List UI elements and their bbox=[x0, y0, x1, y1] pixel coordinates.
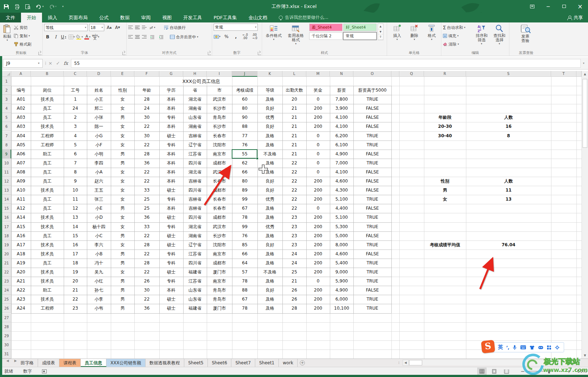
data-cell[interactable]: 88 bbox=[232, 122, 257, 131]
summary-cell[interactable]: 性别 bbox=[424, 177, 466, 186]
header-cell[interactable]: 性别 bbox=[111, 86, 134, 95]
row-header-4[interactable]: 4 bbox=[2, 104, 11, 113]
data-cell[interactable]: 7,800 bbox=[330, 95, 353, 104]
tab-data[interactable]: 数据 bbox=[114, 13, 135, 22]
data-cell[interactable]: 男 bbox=[111, 150, 134, 159]
summary-cell[interactable]: 76.04 bbox=[466, 240, 551, 250]
data-cell[interactable]: 21 bbox=[282, 113, 306, 122]
data-cell[interactable]: 及格 bbox=[257, 131, 282, 141]
col-header-F[interactable]: F bbox=[134, 71, 159, 77]
data-cell[interactable]: 5,100 bbox=[330, 195, 353, 204]
data-cell[interactable]: 优秀 bbox=[257, 195, 282, 204]
data-cell[interactable]: TRUE bbox=[353, 195, 391, 204]
data-cell[interactable]: A12 bbox=[11, 204, 31, 213]
worksheet-grid[interactable]: ABCDEFGHIJKLMNOQRST123456789101112131415… bbox=[0, 70, 588, 359]
sheet-title-cell[interactable]: XXX公司员工信息 bbox=[11, 77, 391, 86]
data-cell[interactable]: 8 bbox=[64, 168, 87, 177]
data-cell[interactable]: 吉林省 bbox=[183, 204, 207, 213]
data-cell[interactable]: 男 bbox=[111, 304, 134, 313]
data-cell[interactable]: 工程师 bbox=[31, 131, 64, 141]
col-header-L[interactable]: L bbox=[282, 71, 306, 77]
data-cell[interactable]: 20 bbox=[282, 95, 306, 104]
tell-me-box[interactable]: 告诉我您想要做什么... bbox=[279, 13, 328, 22]
summary-cell[interactable]: 8 bbox=[466, 131, 551, 141]
sheet-tab-Sheet6[interactable]: Sheet6 bbox=[208, 359, 231, 367]
data-cell[interactable]: 76 bbox=[232, 141, 257, 150]
data-cell[interactable]: 9 bbox=[64, 177, 87, 186]
data-cell[interactable]: 22 bbox=[64, 295, 87, 304]
row-header-16[interactable]: 16 bbox=[2, 213, 11, 222]
data-cell[interactable]: A19 bbox=[11, 259, 31, 268]
data-cell[interactable]: FALSE bbox=[353, 186, 391, 195]
data-cell[interactable]: 28 bbox=[134, 95, 159, 104]
col-header-K[interactable]: K bbox=[257, 71, 282, 77]
data-cell[interactable]: 200 bbox=[306, 222, 330, 231]
data-cell[interactable]: 15 bbox=[64, 231, 87, 240]
data-cell[interactable]: 硕士 bbox=[159, 213, 183, 222]
data-cell[interactable]: 女 bbox=[111, 95, 134, 104]
sheet-tab-数据透视表教程[interactable]: 数据透视表教程 bbox=[146, 359, 184, 367]
data-cell[interactable]: 女 bbox=[111, 213, 134, 222]
data-cell[interactable]: 赵六 bbox=[87, 177, 111, 186]
data-cell[interactable]: 工程师 bbox=[31, 304, 64, 313]
summary-cell[interactable]: 女 bbox=[424, 195, 466, 204]
data-cell[interactable]: 80 bbox=[232, 177, 257, 186]
col-header-T[interactable]: T bbox=[551, 71, 576, 77]
col-header-narrow[interactable] bbox=[391, 71, 399, 77]
data-cell[interactable]: 及格 bbox=[257, 277, 282, 286]
data-cell[interactable]: 25 bbox=[282, 268, 306, 277]
data-cell[interactable]: 25 bbox=[134, 195, 159, 204]
tab-insert[interactable]: 插入 bbox=[42, 13, 63, 22]
data-cell[interactable]: A03 bbox=[11, 113, 31, 122]
clipboard-dialog-launcher[interactable] bbox=[38, 52, 42, 55]
data-cell[interactable]: 1 bbox=[64, 95, 87, 104]
data-cell[interactable]: 3,900 bbox=[330, 104, 353, 113]
data-cell[interactable]: 女 bbox=[111, 141, 134, 150]
data-cell[interactable]: 四川省 bbox=[183, 186, 207, 195]
data-cell[interactable]: 36 bbox=[134, 159, 159, 168]
data-cell[interactable]: 22 bbox=[282, 177, 306, 186]
data-cell[interactable]: 28 bbox=[134, 259, 159, 268]
data-cell[interactable]: 200 bbox=[306, 250, 330, 259]
tab-formulas[interactable]: 公式 bbox=[93, 13, 114, 22]
data-cell[interactable]: 湖北省 bbox=[183, 168, 207, 177]
data-cell[interactable]: 22 bbox=[134, 268, 159, 277]
data-cell[interactable]: 江苏省 bbox=[183, 277, 207, 286]
data-cell[interactable]: 湖南省 bbox=[183, 104, 207, 113]
data-cell[interactable]: 64 bbox=[232, 259, 257, 268]
data-cell[interactable]: 200 bbox=[306, 186, 330, 195]
data-cell[interactable]: 22 bbox=[282, 159, 306, 168]
align-right-icon[interactable] bbox=[142, 35, 147, 39]
data-cell[interactable]: 26 bbox=[282, 295, 306, 304]
ime-toolbar[interactable]: S 英 ’, bbox=[482, 342, 564, 353]
invoice-check-button[interactable]: 发票查验 bbox=[511, 24, 540, 44]
data-cell[interactable]: 22 bbox=[134, 250, 159, 259]
data-cell[interactable]: 200 bbox=[306, 295, 330, 304]
data-cell[interactable]: 冯十 bbox=[87, 259, 111, 268]
data-cell[interactable]: 20 bbox=[64, 277, 87, 286]
row-header-9[interactable]: 9 bbox=[2, 150, 11, 159]
data-cell[interactable]: 23 bbox=[64, 304, 87, 313]
data-cell[interactable]: 员工 bbox=[31, 195, 64, 204]
close-button[interactable]: × bbox=[572, 0, 588, 13]
cell-style-good[interactable]: 好_Sheet4 bbox=[343, 24, 377, 31]
data-cell[interactable]: 青岛市 bbox=[207, 286, 232, 295]
row-header-3[interactable]: 3 bbox=[2, 95, 11, 104]
data-cell[interactable]: 江苏省 bbox=[183, 150, 207, 159]
data-cell[interactable]: 4 bbox=[64, 131, 87, 141]
data-cell[interactable]: 女 bbox=[111, 122, 134, 131]
data-cell[interactable]: 技术员 bbox=[31, 240, 64, 250]
col-header-C[interactable]: C bbox=[64, 71, 87, 77]
row-header-17[interactable]: 17 bbox=[2, 222, 11, 231]
maximize-button[interactable] bbox=[556, 0, 572, 13]
data-cell[interactable]: 22 bbox=[134, 231, 159, 240]
data-cell[interactable]: 专科 bbox=[159, 259, 183, 268]
data-cell[interactable]: 6,200 bbox=[330, 131, 353, 141]
data-cell[interactable]: 33 bbox=[134, 186, 159, 195]
summary-cell[interactable]: 13 bbox=[466, 195, 551, 204]
data-cell[interactable]: 成都市 bbox=[207, 186, 232, 195]
data-cell[interactable]: 22 bbox=[134, 177, 159, 186]
data-cell[interactable]: A01 bbox=[11, 95, 31, 104]
zoom-slider-knob[interactable] bbox=[548, 369, 550, 373]
data-cell[interactable]: 及格 bbox=[257, 141, 282, 150]
